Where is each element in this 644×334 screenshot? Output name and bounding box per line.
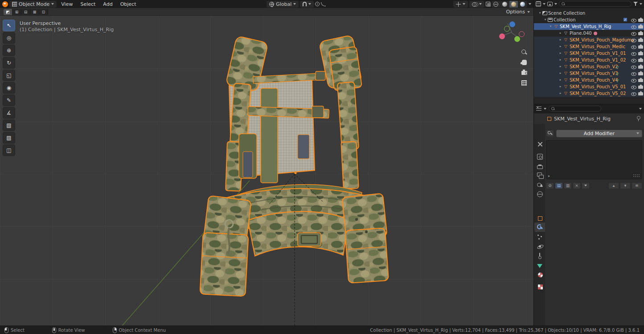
camera-icon[interactable] [638,58,644,63]
disclosure-icon[interactable]: ▸ [558,83,563,90]
outliner-row-pouch[interactable]: ▸ ▽ SKM_Virtus_Pouch_V5_02 [534,90,644,97]
tool-annotate[interactable]: ✎ [3,95,15,106]
tab-world[interactable] [534,190,545,199]
camera-icon[interactable] [638,91,644,96]
move-down-button[interactable]: ▾ [620,182,631,189]
disclosure-icon[interactable]: ▸ [558,50,563,57]
gizmo-z-axis[interactable] [509,21,515,27]
list-view-button[interactable]: ▤ [555,182,563,189]
disclosure-icon[interactable]: ▸ [558,37,563,43]
options-dropdown[interactable]: Options [506,9,530,15]
3d-scene[interactable] [0,16,533,326]
chevron-down-icon[interactable] [639,108,642,110]
eye-icon[interactable] [631,84,636,90]
disclosure-icon[interactable]: ▾ [537,10,542,16]
eye-icon[interactable] [631,64,636,70]
falloff-curve-icon[interactable] [321,2,326,6]
eye-icon[interactable] [631,91,636,96]
gizmo-y-axis[interactable] [514,36,520,42]
outliner-search[interactable] [559,1,632,7]
menu-select[interactable]: Select [77,1,98,8]
chevron-down-icon[interactable] [544,108,546,110]
snapping-selector[interactable] [300,1,314,8]
tab-tool[interactable] [534,140,545,149]
eye-icon[interactable] [631,37,636,43]
panel-disclosure-icon[interactable]: ▸ [548,174,550,178]
tab-modifiers[interactable] [534,223,545,232]
menu-object[interactable]: Object [117,1,139,8]
tool-add-cube[interactable]: ▧ [3,120,15,131]
overlays-dropdown[interactable] [469,1,484,8]
modifier-stack-area[interactable]: ▸ [546,140,642,179]
eye-icon[interactable] [631,44,636,49]
camera-icon[interactable] [638,84,644,90]
eye-icon[interactable] [631,31,636,36]
tool-move[interactable]: ⊕ [3,45,15,56]
outliner-row-pouch[interactable]: ▸ ▽ SKM_Virtus_Pouch_Medic [534,43,644,50]
gizmo-x-axis[interactable] [499,33,505,39]
tab-view-layer[interactable] [534,171,545,180]
transform-orientation-selector[interactable]: Global [267,1,299,8]
perspective-toggle-button[interactable] [520,79,528,87]
tab-render[interactable] [534,152,545,161]
outliner-row-vest-rig[interactable]: ▾ ▽ SKM_Vest_Virtus_H_Rig [534,23,644,30]
add-modifier-button[interactable]: Add Modifier [556,130,642,137]
camera-icon[interactable] [638,51,644,56]
tab-particles[interactable] [534,232,545,242]
list-view-alt-button[interactable]: ▥ [564,182,572,189]
tab-scene[interactable] [534,180,545,190]
extras-menu-button[interactable]: ≡ [632,182,642,189]
xray-toggle[interactable] [486,2,490,6]
mode-selector[interactable]: Object Mode [9,1,57,8]
display-mode-icon[interactable] [547,2,553,6]
gizmos-dropdown[interactable] [453,1,468,8]
shading-material-button[interactable] [509,1,518,8]
tab-constraints[interactable] [534,251,545,260]
pan-button[interactable] [520,58,528,66]
filter-icon[interactable] [633,2,638,6]
select-mode-intersect[interactable]: ⊡ [39,9,48,15]
camera-icon[interactable] [638,24,644,29]
disclosure-icon[interactable]: ▸ [558,30,563,37]
tab-output[interactable] [534,161,545,171]
properties-search-input[interactable] [556,106,599,111]
disclosure-icon[interactable]: ▸ [558,90,563,97]
disclosure-icon[interactable]: ▸ [558,70,563,77]
tool-select-box[interactable]: ↖ [3,20,15,31]
outliner-row-pouch[interactable]: ▸ ▽ SKM_Virtus_Pouch_V1_02 [534,57,644,63]
camera-icon[interactable] [638,44,644,49]
tab-object[interactable] [534,213,545,223]
tool-image-empty[interactable]: ▨ [3,132,15,144]
exclude-toggle-button[interactable]: ⊘ [546,182,554,189]
filter-dropdown-button[interactable] [582,182,590,189]
disclosure-icon[interactable]: ▸ [558,77,563,83]
tool-cursor[interactable]: ◎ [3,32,15,44]
eye-icon[interactable] [631,78,636,83]
select-mode-subtract[interactable]: ⊟ [21,9,30,15]
menu-view[interactable]: View [58,1,76,8]
shading-options-chevron[interactable] [529,3,531,5]
shading-rendered-button[interactable] [518,1,527,8]
proportional-editing-icon[interactable] [315,2,320,6]
outliner-search-input[interactable] [566,1,629,6]
tool-rotate[interactable]: ↻ [3,57,15,69]
vest-object[interactable] [200,35,389,296]
camera-icon[interactable] [638,37,644,43]
blender-logo-icon[interactable] [2,1,8,7]
eye-icon[interactable] [631,58,636,63]
shading-solid-button[interactable] [500,1,509,8]
chevron-down-icon[interactable] [640,3,642,5]
disclosure-icon[interactable]: ▸ [558,63,563,70]
outliner-row-pouch[interactable]: ▸ ▽ SKM_Virtus_Pouch_V5_01 [534,83,644,90]
outliner-row-collection[interactable]: ▾ Collection ✓ [534,16,644,23]
disclosure-icon[interactable]: ▾ [543,16,548,23]
eye-icon[interactable] [631,71,636,76]
outliner-row-pouch[interactable]: ▸ ▽ SKM_Virtus_Pouch_Magdump [534,37,644,43]
camera-icon[interactable] [638,31,644,36]
tool-measure[interactable]: ∡ [3,107,15,119]
outliner-row-scene-collection[interactable]: ▾ Scene Collection [534,10,644,16]
outliner-row-pouch[interactable]: ▸ ▽ SKM_Virtus_Pouch_V1_01 [534,50,644,57]
chevron-down-icon[interactable] [554,3,557,5]
select-mode-set[interactable]: ◩ [4,9,12,15]
tool-scale[interactable]: ◱ [3,70,15,81]
